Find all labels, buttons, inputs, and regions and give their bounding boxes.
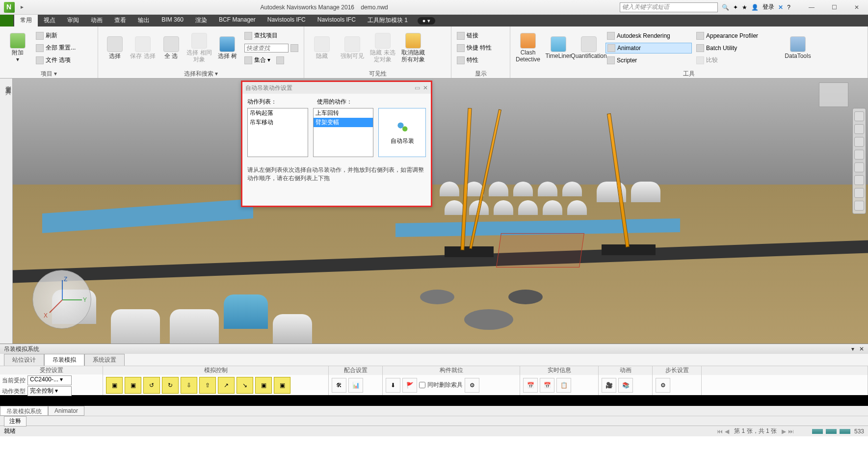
sim-btn-rotate-ccw[interactable]: ↺ <box>143 377 160 394</box>
quick-properties-button[interactable]: 快捷 特性 <box>455 43 493 53</box>
steering-wheel-icon[interactable] <box>854 111 864 121</box>
quick-find-input[interactable] <box>243 43 300 53</box>
star-icon[interactable]: ★ <box>742 4 747 11</box>
file-options-button[interactable]: 文件 选项 <box>34 55 77 66</box>
select-nav-icon[interactable] <box>854 201 864 211</box>
batch-utility-button[interactable]: Batch Utility <box>695 43 781 53</box>
tab-bim360[interactable]: BIM 360 <box>156 15 189 27</box>
pos-btn-down[interactable]: ⬇ <box>386 378 400 393</box>
tab-addin[interactable]: 工具附加模块 1 <box>362 15 414 27</box>
properties-button[interactable]: 特性 <box>455 55 493 66</box>
pos-btn-flag[interactable]: 🚩 <box>402 378 417 393</box>
list-item[interactable]: 臂架变幅 <box>314 118 373 127</box>
select-all-button[interactable]: 全 选 <box>158 29 184 67</box>
exchange-icon[interactable]: ✕ <box>778 4 783 11</box>
sim-btn-9[interactable]: ▣ <box>255 377 272 394</box>
quantification-button[interactable]: Quantification <box>575 29 603 67</box>
close-button[interactable]: ✕ <box>845 0 868 15</box>
save-selection-button[interactable]: 保存 选择 <box>130 29 155 67</box>
select-button[interactable]: 选择 <box>102 29 127 67</box>
help-icon[interactable]: ? <box>787 4 790 11</box>
login-link[interactable]: 登录 <box>763 3 774 11</box>
remove-rigging-checkbox[interactable] <box>419 382 425 388</box>
sheet-nav[interactable]: ⏮◀ <box>716 428 730 435</box>
comments-tab[interactable]: 注释 <box>4 416 26 427</box>
require-button[interactable]: 强制可见 <box>339 29 366 67</box>
orbit-icon[interactable] <box>854 150 864 160</box>
panel-header[interactable]: 吊装模拟系统 ▾ ✕ <box>0 344 868 354</box>
anim-btn-camera[interactable]: 🎥 <box>602 378 616 393</box>
scripter-button[interactable]: Scripter <box>605 55 692 66</box>
view-gizmo[interactable]: Z Y X <box>32 270 91 329</box>
hide-unselected-button[interactable]: 隐藏 未选定对象 <box>369 29 396 67</box>
pos-btn-gear[interactable]: ⚙ <box>465 378 479 393</box>
selection-tree-button[interactable]: 选择 树 <box>215 29 240 67</box>
tab-home[interactable]: 常用 <box>14 15 38 27</box>
group-label-project[interactable]: 项目 ▾ <box>0 69 98 78</box>
actions-listbox[interactable]: 吊钩起落 吊车移动 <box>247 108 308 157</box>
record-indicator[interactable]: ● ▾ <box>418 17 435 25</box>
find-items-button[interactable]: 查找项目 <box>243 30 300 41</box>
tab-system-settings[interactable]: 系统设置 <box>84 354 125 366</box>
hide-button[interactable]: 隐藏 <box>308 29 336 67</box>
sim-btn-1[interactable]: ▣ <box>106 377 123 394</box>
sim-btn-boom-out[interactable]: ↗ <box>218 377 235 394</box>
group-label-select[interactable]: 选择和搜索 ▾ <box>98 69 304 78</box>
tab-navistools-1[interactable]: Navistools IFC <box>262 15 312 27</box>
zoom-icon[interactable] <box>854 137 864 147</box>
help-search-input[interactable]: 键入关键字或短语 <box>620 2 718 12</box>
tab-animation[interactable]: 动画 <box>85 15 108 27</box>
look-icon[interactable] <box>854 162 864 172</box>
auto-hoist-button[interactable]: 自动吊装 <box>378 108 426 157</box>
dock-tab-hoist[interactable]: 吊装模拟系统 <box>0 406 48 416</box>
current-ctrl-select[interactable]: CC2400-... ▾ <box>27 375 72 385</box>
measure-tools-sidebar[interactable]: 测量工具 <box>0 79 13 344</box>
quick-access-toolbar[interactable]: ▸ <box>21 3 28 11</box>
fly-icon[interactable] <box>854 188 864 198</box>
sim-btn-10[interactable]: ▣ <box>274 377 290 394</box>
dock-tab-animator[interactable]: Animator <box>48 406 84 416</box>
satellite-icon[interactable]: ✦ <box>733 4 738 11</box>
timeliner-button[interactable]: TimeLiner <box>545 29 572 67</box>
tab-bcf[interactable]: BCF Manager <box>213 15 262 27</box>
list-item[interactable]: 吊车移动 <box>248 118 308 127</box>
datatools-button[interactable]: DataTools <box>784 29 812 67</box>
refresh-button[interactable]: 刷新 <box>34 30 77 41</box>
cfg-btn-1[interactable]: 🛠 <box>332 378 346 393</box>
dialog-dock-icon[interactable]: ▭ <box>415 84 420 91</box>
animator-button[interactable]: Animator <box>605 43 692 53</box>
appearance-profiler-button[interactable]: Appearance Profiler <box>695 30 781 41</box>
dialog-titlebar[interactable]: 自动吊装动作设置 ▭✕ <box>242 82 431 94</box>
sets-button[interactable]: 集合 ▾ <box>243 55 300 66</box>
tab-hoist-sim[interactable]: 吊装模拟 <box>44 354 84 366</box>
action-type-select[interactable]: 完全控制 ▾ <box>27 386 72 396</box>
reset-all-button[interactable]: 全部 重置... <box>34 43 77 53</box>
sim-btn-rotate-cw[interactable]: ↻ <box>162 377 179 394</box>
anim-btn-folders[interactable]: 📚 <box>618 378 633 393</box>
view-cube[interactable] <box>819 82 848 107</box>
sim-btn-2[interactable]: ▣ <box>125 377 141 394</box>
tab-station-design[interactable]: 站位设计 <box>4 354 44 366</box>
unhide-all-button[interactable]: 取消隐藏 所有对象 <box>399 29 427 67</box>
tab-render[interactable]: 渲染 <box>189 15 213 27</box>
clash-detective-button[interactable]: Clash Detective <box>514 29 542 67</box>
app-menu-tab[interactable] <box>0 15 13 27</box>
timeline-strip[interactable] <box>0 395 868 406</box>
attach-button[interactable]: 附加▾ <box>4 29 31 67</box>
step-btn[interactable]: ⚙ <box>656 378 670 393</box>
select-same-button[interactable]: 选择 相同对象 <box>186 29 211 67</box>
binoculars-icon[interactable]: 🔍 <box>722 4 729 11</box>
rt-btn-1[interactable]: 📅 <box>523 378 538 393</box>
walk-icon[interactable] <box>854 175 864 185</box>
minimize-button[interactable]: — <box>800 0 823 15</box>
dialog-close-icon[interactable]: ✕ <box>423 84 428 91</box>
sheet-nav-fwd[interactable]: ▶⏭ <box>781 428 794 435</box>
autodesk-rendering-button[interactable]: Autodesk Rendering <box>605 30 692 41</box>
used-actions-listbox[interactable]: 上车回转 臂架变幅 <box>313 108 374 157</box>
sim-btn-hook-up[interactable]: ⇧ <box>199 377 216 394</box>
compare-button[interactable]: 比较 <box>695 55 781 66</box>
sim-btn-boom-in[interactable]: ↘ <box>237 377 253 394</box>
rt-btn-3[interactable]: 📋 <box>556 378 571 393</box>
list-item[interactable]: 上车回转 <box>314 108 373 118</box>
list-item[interactable]: 吊钩起落 <box>248 108 308 118</box>
